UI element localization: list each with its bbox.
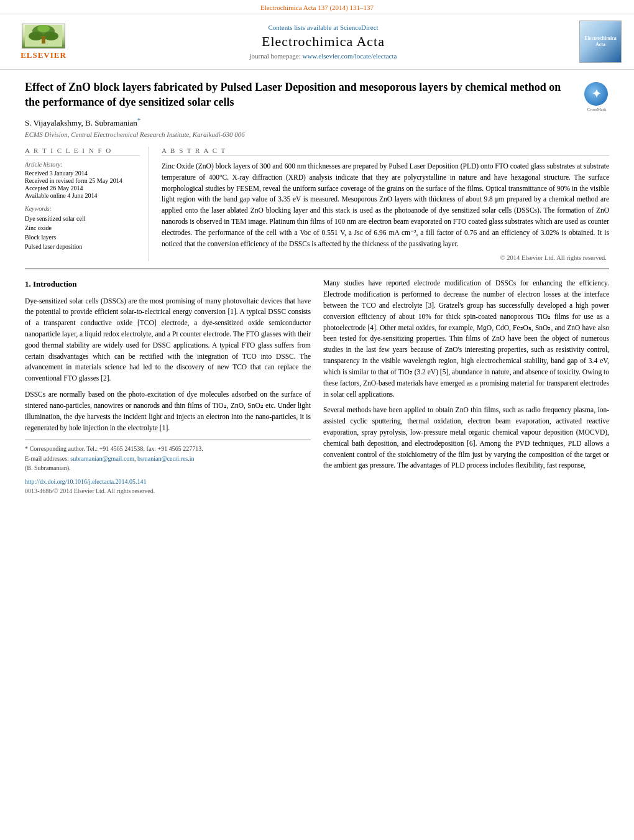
- right-paragraph-2: Several methods have been applied to obt…: [323, 405, 609, 471]
- intro-paragraph-2: DSSCs are normally based on the photo-ex…: [25, 389, 311, 433]
- article-title: Effect of ZnO block layers fabricated by…: [25, 80, 584, 110]
- journal-ref-text: Electrochimica Acta 137 (2014) 131–137: [260, 4, 374, 11]
- article-main: Effect of ZnO block layers fabricated by…: [0, 70, 634, 506]
- svg-point-3: [44, 32, 58, 40]
- section-divider: [25, 269, 609, 269]
- article-history-group: Article history: Received 3 January 2014…: [25, 161, 140, 199]
- accepted-date: Accepted 26 May 2014: [25, 185, 140, 192]
- email-link[interactable]: subramanian@gmail.com: [70, 455, 134, 462]
- journal-info-center: Contents lists available at ScienceDirec…: [75, 24, 572, 60]
- journal-homepage-line: journal homepage: www.elsevier.com/locat…: [75, 52, 572, 60]
- journal-header: ELSEVIER Contents lists available at Sci…: [0, 14, 634, 70]
- email-label: E-mail addresses:: [25, 455, 70, 462]
- keyword-1: Dye sensitized solar cell: [25, 214, 140, 223]
- crossmark-label: CrossMark: [584, 107, 609, 112]
- authors-line: S. Vijayalakshmy, B. Subramanian*: [25, 116, 609, 128]
- article-info-header: A R T I C L E I N F O: [25, 147, 140, 156]
- right-paragraph-1: Many studies have reported electrode mod…: [323, 278, 609, 400]
- footnote-corresponding: * Corresponding author. Tel.: +91 4565 2…: [25, 444, 311, 454]
- footnote-section: * Corresponding author. Tel.: +91 4565 2…: [25, 440, 311, 473]
- keywords-group: Keywords: Dye sensitized solar cell Zinc…: [25, 205, 140, 251]
- keywords-label: Keywords:: [25, 205, 140, 212]
- homepage-prefix: journal homepage:: [250, 52, 301, 60]
- abstract-column: A B S T R A C T Zinc Oxide (ZnO) block l…: [162, 147, 609, 262]
- abstract-header: A B S T R A C T: [162, 147, 609, 156]
- footnote-email: E-mail addresses: subramanian@gmail.com,…: [25, 454, 311, 464]
- corresponding-marker: *: [137, 116, 140, 124]
- received-date: Received 3 January 2014: [25, 170, 140, 177]
- journal-logo-text: Electrochimica Acta: [584, 35, 616, 47]
- abstract-text: Zinc Oxide (ZnO) block layers of 300 and…: [162, 161, 609, 250]
- svg-rect-4: [42, 36, 45, 44]
- history-label: Article history:: [25, 161, 140, 168]
- article-title-row: Effect of ZnO block layers fabricated by…: [25, 80, 609, 110]
- email-link-2[interactable]: bsmanian@cecri.res.in: [137, 455, 194, 462]
- keyword-2: Zinc oxide: [25, 223, 140, 233]
- body-left-column: 1. Introduction Dye-sensitized solar cel…: [25, 278, 311, 496]
- issn-line: 0013-4686/© 2014 Elsevier Ltd. All right…: [25, 486, 311, 496]
- intro-heading: 1. Introduction: [25, 278, 311, 290]
- elsevier-label: ELSEVIER: [21, 50, 67, 60]
- crossmark-logo: ✦ CrossMark: [584, 82, 609, 107]
- doi-text: http://dx.doi.org/10.1016/j.electacta.20…: [25, 478, 147, 485]
- article-info-abstract-section: A R T I C L E I N F O Article history: R…: [25, 147, 609, 262]
- body-right-column: Many studies have reported electrode mod…: [323, 278, 609, 496]
- elsevier-icon: [22, 24, 65, 48]
- crossmark-icon: ✦: [584, 82, 608, 106]
- available-online-date: Available online 4 June 2014: [25, 192, 140, 199]
- sciencedirect-link[interactable]: ScienceDirect: [340, 24, 379, 31]
- copyright-line: © 2014 Elsevier Ltd. All rights reserved…: [162, 254, 609, 261]
- body-columns: 1. Introduction Dye-sensitized solar cel…: [25, 278, 609, 496]
- authors-text: S. Vijayalakshmy, B. Subramanian: [25, 118, 137, 127]
- affiliation-line: ECMS Division, Central Electrochemical R…: [25, 131, 609, 138]
- keywords-list: Dye sensitized solar cell Zinc oxide Blo…: [25, 214, 140, 251]
- keyword-4: Pulsed laser deposition: [25, 242, 140, 251]
- contents-prefix: Contents lists available at: [268, 24, 338, 31]
- homepage-url[interactable]: www.elsevier.com/locate/electacta: [302, 52, 397, 60]
- journal-logo-image: Electrochimica Acta: [579, 21, 622, 63]
- elsevier-logo: ELSEVIER: [12, 23, 75, 60]
- contents-available-line: Contents lists available at ScienceDirec…: [75, 24, 572, 31]
- svg-point-2: [29, 32, 44, 40]
- received-revised-date: Received in revised form 25 May 2014: [25, 177, 140, 184]
- article-info-column: A R T I C L E I N F O Article history: R…: [25, 147, 149, 262]
- journal-reference-bar: Electrochimica Acta 137 (2014) 131–137: [0, 0, 634, 14]
- intro-paragraph-1: Dye-sensitized solar cells (DSSCs) are t…: [25, 296, 311, 385]
- doi-line[interactable]: http://dx.doi.org/10.1016/j.electacta.20…: [25, 477, 311, 487]
- footnote-name: (B. Subramanian).: [25, 463, 311, 473]
- svg-point-5: [37, 25, 50, 32]
- journal-logo-right: Electrochimica Acta: [572, 21, 622, 63]
- journal-title: Electrochimica Acta: [75, 34, 572, 50]
- keyword-3: Block layers: [25, 233, 140, 242]
